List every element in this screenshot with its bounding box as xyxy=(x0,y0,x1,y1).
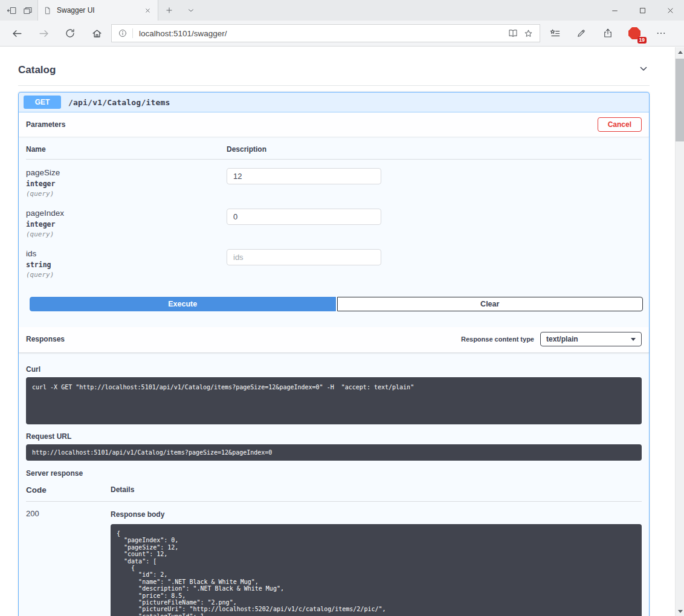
browser-tab[interactable]: Swagger UI xyxy=(37,0,158,21)
select-caret-icon xyxy=(631,338,636,341)
set-tabs-aside-icon[interactable] xyxy=(4,2,19,19)
window-close-button[interactable] xyxy=(656,0,684,21)
scrollbar-thumb[interactable] xyxy=(676,59,684,141)
param-type: integer xyxy=(26,220,227,229)
response-table-head: Code Details xyxy=(26,478,642,502)
ids-input[interactable] xyxy=(227,249,381,265)
clear-button[interactable]: Clear xyxy=(337,297,644,311)
curl-command-block[interactable]: curl -X GET "http://localhost:5101/api/v… xyxy=(26,377,642,424)
endpoint-summary[interactable]: GET /api/v1/Catalog/items xyxy=(19,92,649,112)
titlebar-drag-area xyxy=(202,0,601,21)
new-tab-button[interactable] xyxy=(158,0,180,21)
vertical-scrollbar[interactable] xyxy=(675,47,684,616)
parameters-title: Parameters xyxy=(26,120,65,129)
pageindex-input[interactable] xyxy=(227,209,381,225)
url-text[interactable]: localhost:5101/swagger/ xyxy=(139,29,503,38)
extension-icon[interactable]: 19 xyxy=(621,22,648,44)
saved-tabs-icon[interactable] xyxy=(19,2,35,19)
swagger-page: Catalog GET /api/v1/Catalog/items Parame… xyxy=(0,47,675,616)
address-bar[interactable]: localhost:5101/swagger/ xyxy=(111,24,540,42)
section-title: Catalog xyxy=(18,64,56,76)
request-url-label: Request URL xyxy=(26,432,642,441)
param-name: ids xyxy=(26,249,227,258)
code-column-header: Code xyxy=(26,485,111,494)
hub-icon[interactable] xyxy=(541,22,568,44)
window-minimize-button[interactable] xyxy=(601,0,628,21)
site-info-icon[interactable] xyxy=(118,28,127,38)
parameters-header-row: Parameters Cancel xyxy=(19,112,649,137)
forward-button[interactable] xyxy=(30,22,57,44)
http-method-badge: GET xyxy=(24,96,61,109)
param-row: pageSize integer (query) xyxy=(26,160,642,200)
responses-title: Responses xyxy=(26,335,65,343)
response-content-type-select[interactable]: text/plain xyxy=(540,332,642,346)
response-row: 200 Response body { "pageIndex": 0, "pag… xyxy=(26,502,642,616)
web-note-icon[interactable] xyxy=(568,22,595,44)
window-maximize-button[interactable] xyxy=(628,0,656,21)
request-url-block: http://localhost:5101/api/v1/Catalog/ite… xyxy=(26,444,642,461)
add-favorite-star-icon[interactable] xyxy=(523,28,534,39)
content-type-value: text/plain xyxy=(546,335,578,343)
tab-list-chevron-icon[interactable] xyxy=(180,0,202,21)
parameters-table: Name Description pageSize integer (query… xyxy=(19,137,649,281)
responses-header-row: Responses Response content type text/pla… xyxy=(19,327,649,353)
scroll-up-icon[interactable] xyxy=(676,47,684,57)
details-column-header: Details xyxy=(111,485,642,494)
page-favicon-icon xyxy=(43,6,52,15)
response-code: 200 xyxy=(26,509,111,616)
tab-close-icon[interactable] xyxy=(142,5,153,16)
get-opblock: GET /api/v1/Catalog/items Parameters Can… xyxy=(18,92,650,616)
reading-view-icon[interactable] xyxy=(508,28,518,39)
execute-button[interactable]: Execute xyxy=(30,297,336,311)
window-controls xyxy=(601,0,684,21)
param-description-column-header: Description xyxy=(227,145,642,154)
param-name-column-header: Name xyxy=(26,145,227,154)
param-type: integer xyxy=(26,180,227,188)
section-collapse-chevron-icon[interactable] xyxy=(637,63,650,77)
server-response-label: Server response xyxy=(26,469,642,478)
pagesize-input[interactable] xyxy=(227,168,381,184)
param-name: pageSize xyxy=(26,168,227,177)
content-type-group: Response content type text/plain xyxy=(461,332,642,346)
param-meta: pageSize integer (query) xyxy=(26,168,227,198)
address-divider xyxy=(132,28,133,38)
home-button[interactable] xyxy=(83,22,110,44)
response-content-type-label: Response content type xyxy=(461,336,534,343)
cancel-button[interactable]: Cancel xyxy=(598,117,642,132)
param-row: pageIndex integer (query) xyxy=(26,200,642,241)
execute-button-group: Execute Clear xyxy=(30,297,643,311)
tabs-aside-group xyxy=(0,0,37,21)
curl-label: Curl xyxy=(26,365,642,374)
param-type: string xyxy=(26,261,227,269)
tab-title: Swagger UI xyxy=(57,6,137,15)
catalog-section-header[interactable]: Catalog xyxy=(18,63,650,86)
scroll-down-icon[interactable] xyxy=(676,606,684,616)
param-meta: pageIndex integer (query) xyxy=(26,209,227,238)
param-location: (query) xyxy=(26,230,227,238)
endpoint-path: /api/v1/Catalog/items xyxy=(68,98,170,107)
more-options-icon[interactable] xyxy=(648,22,674,44)
refresh-button[interactable] xyxy=(57,22,83,44)
back-button[interactable] xyxy=(4,22,30,44)
navigation-bar: localhost:5101/swagger/ 19 xyxy=(0,21,684,47)
param-meta: ids string (query) xyxy=(26,249,227,279)
tab-strip: Swagger UI xyxy=(0,0,684,21)
param-row: ids string (query) xyxy=(26,241,642,281)
param-location: (query) xyxy=(26,190,227,198)
response-body-block[interactable]: { "pageIndex": 0, "pageSize": 12, "count… xyxy=(111,524,642,616)
response-body-label: Response body xyxy=(111,510,642,519)
response-details: Response body { "pageIndex": 0, "pageSiz… xyxy=(111,509,642,616)
parameters-table-head: Name Description xyxy=(26,137,642,160)
param-name: pageIndex xyxy=(26,209,227,218)
responses-body: Curl curl -X GET "http://localhost:5101/… xyxy=(19,353,649,616)
param-location: (query) xyxy=(26,271,227,279)
share-icon[interactable] xyxy=(595,22,621,44)
extension-badge: 19 xyxy=(637,37,647,44)
